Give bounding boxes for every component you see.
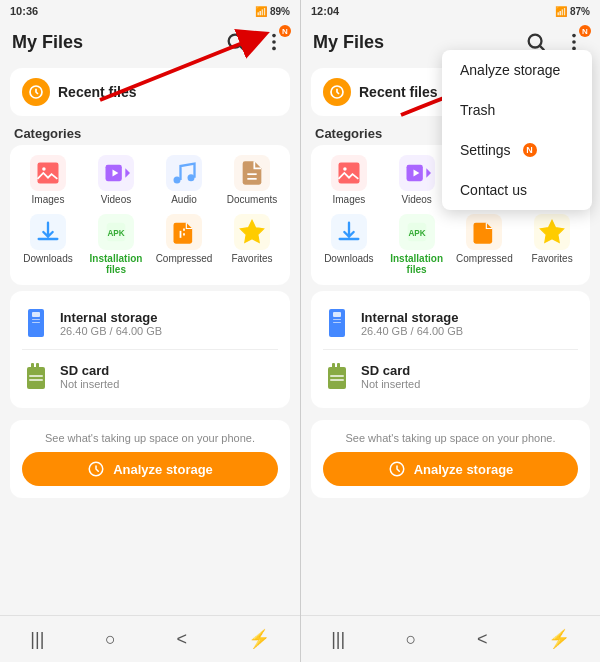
sd-card-left[interactable]: SD card Not inserted	[22, 354, 278, 398]
cat-compressed-right[interactable]: Compressed	[453, 214, 517, 275]
storage-divider-left	[22, 349, 278, 350]
apk-icon-left: APK	[98, 214, 134, 250]
svg-point-37	[343, 167, 347, 171]
sd-card-right[interactable]: SD card Not inserted	[323, 354, 578, 398]
internal-size-right: 26.40 GB / 64.00 GB	[361, 325, 463, 337]
top-bar-left: My Files N	[0, 22, 300, 62]
search-button-left[interactable]	[222, 28, 250, 56]
screen-left: 10:36 📶 89% My Files N	[0, 0, 300, 662]
recent-files-row-left: Recent files	[22, 78, 278, 106]
svg-point-3	[272, 40, 276, 44]
bottom-nav-left: ||| ○ < ⚡	[0, 615, 300, 662]
dropdown-analyze-storage[interactable]: Analyze storage	[442, 50, 592, 90]
cat-favorites-left[interactable]: Favorites	[220, 214, 284, 275]
cat-videos-left[interactable]: Videos	[84, 155, 148, 206]
internal-storage-icon-left	[22, 305, 50, 341]
bottom-nav-right: ||| ○ < ⚡	[301, 615, 600, 662]
svg-rect-54	[337, 363, 340, 371]
images-label-left: Images	[32, 194, 65, 206]
status-icons-left: 📶 89%	[255, 6, 290, 17]
compressed-icon-right	[466, 214, 502, 250]
cat-downloads-right[interactable]: Downloads	[317, 214, 381, 275]
videos-label-left: Videos	[101, 194, 131, 206]
downloads-label-left: Downloads	[23, 253, 72, 265]
images-label-right: Images	[332, 194, 365, 206]
cat-docs-left[interactable]: Documents	[220, 155, 284, 206]
cat-compressed-left[interactable]: Compressed	[152, 214, 216, 275]
dropdown-contact-us[interactable]: Contact us	[442, 170, 592, 210]
nav-home-left[interactable]: ○	[93, 625, 128, 654]
cat-apk-right[interactable]: APK Installation files	[385, 214, 449, 275]
svg-line-1	[240, 46, 244, 50]
svg-marker-9	[125, 168, 130, 177]
cat-images-right[interactable]: Images	[317, 155, 381, 206]
more-menu-button-left[interactable]: N	[260, 28, 288, 56]
compressed-icon-left	[166, 214, 202, 250]
recent-label-right: Recent files	[359, 84, 438, 100]
dropdown-settings[interactable]: Settings N	[442, 130, 592, 170]
nav-back-left[interactable]: <	[165, 625, 200, 654]
top-bar-icons-left: N	[222, 28, 288, 56]
svg-point-30	[529, 35, 542, 48]
cat-apk-left[interactable]: APK Installation files	[84, 214, 148, 275]
nav-back-right[interactable]: <	[465, 625, 500, 654]
svg-rect-55	[330, 375, 344, 377]
recent-files-left[interactable]: Recent files	[10, 68, 290, 116]
cat-videos-right[interactable]: Videos	[385, 155, 449, 206]
cat-downloads-left[interactable]: Downloads	[16, 214, 80, 275]
svg-point-12	[188, 174, 195, 181]
sd-card-icon-right	[323, 358, 351, 394]
sd-name-right: SD card	[361, 363, 420, 378]
analyze-btn-left[interactable]: Analyze storage	[22, 452, 278, 486]
downloads-icon-right	[331, 214, 367, 250]
internal-storage-left[interactable]: Internal storage 26.40 GB / 64.00 GB	[22, 301, 278, 345]
apk-label-right: Installation files	[385, 253, 449, 275]
svg-point-0	[229, 35, 242, 48]
settings-badge: N	[523, 143, 537, 157]
nav-recents-left[interactable]: |||	[18, 625, 56, 654]
sd-card-info-left: SD card Not inserted	[60, 363, 119, 390]
favorites-label-left: Favorites	[231, 253, 272, 265]
svg-rect-52	[328, 367, 346, 389]
page-title-left: My Files	[12, 32, 83, 53]
analyze-btn-right[interactable]: Analyze storage	[323, 452, 578, 486]
internal-storage-right[interactable]: Internal storage 26.40 GB / 64.00 GB	[323, 301, 578, 345]
cat-audio-left[interactable]: Audio	[152, 155, 216, 206]
svg-point-7	[42, 167, 46, 171]
cat-favorites-right[interactable]: Favorites	[520, 214, 584, 275]
internal-name-right: Internal storage	[361, 310, 463, 325]
clock-icon-left	[22, 78, 50, 106]
nav-extra-left[interactable]: ⚡	[236, 624, 282, 654]
downloads-label-right: Downloads	[324, 253, 373, 265]
favorites-icon-right	[534, 214, 570, 250]
status-bar-left: 10:36 📶 89%	[0, 0, 300, 22]
analyze-subtitle-left: See what's taking up space on your phone…	[45, 432, 255, 444]
nav-extra-right[interactable]: ⚡	[536, 624, 582, 654]
svg-rect-6	[38, 163, 59, 184]
svg-rect-22	[32, 319, 40, 320]
storage-section-left: Internal storage 26.40 GB / 64.00 GB SD …	[10, 291, 290, 408]
analyze-btn-label-right: Analyze storage	[414, 462, 514, 477]
dropdown-trash[interactable]: Trash	[442, 90, 592, 130]
svg-rect-56	[330, 379, 344, 381]
audio-icon-left	[166, 155, 202, 191]
svg-rect-53	[332, 363, 335, 371]
cat-images-left[interactable]: Images	[16, 155, 80, 206]
screen-right: 12:04 📶 87% My Files N	[300, 0, 600, 662]
compressed-label-left: Compressed	[156, 253, 213, 265]
favorites-label-right: Favorites	[532, 253, 573, 265]
page-title-right: My Files	[313, 32, 384, 53]
categories-label-left: Categories	[14, 126, 290, 141]
analyze-subtitle-right: See what's taking up space on your phone…	[345, 432, 555, 444]
svg-point-33	[572, 40, 576, 44]
signal-icon-right: 📶	[555, 6, 567, 17]
svg-rect-25	[31, 363, 34, 371]
docs-label-left: Documents	[227, 194, 278, 206]
battery-left: 89%	[270, 6, 290, 17]
apk-icon-right: APK	[399, 214, 435, 250]
sd-status-right: Not inserted	[361, 378, 420, 390]
nav-recents-right[interactable]: |||	[319, 625, 357, 654]
nav-home-right[interactable]: ○	[394, 625, 429, 654]
svg-rect-27	[29, 375, 43, 377]
analyze-section-right: See what's taking up space on your phone…	[311, 420, 590, 498]
